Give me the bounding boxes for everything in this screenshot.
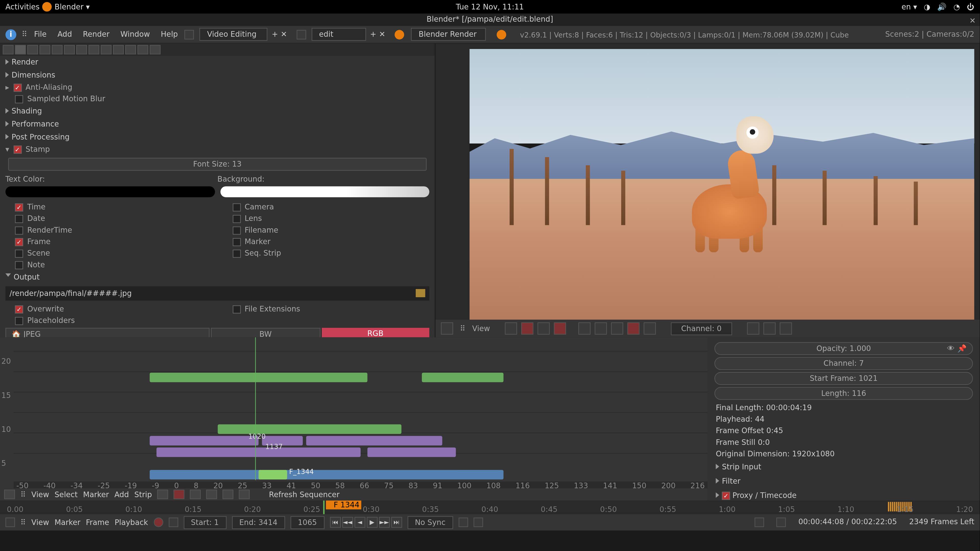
video-strip[interactable]	[422, 373, 504, 382]
prev-keyframe-icon[interactable]: ◄◄	[342, 517, 353, 528]
file-ext-checkbox[interactable]	[232, 305, 240, 313]
menu-render[interactable]: Render	[79, 29, 114, 40]
seq-mode1-icon[interactable]	[158, 490, 169, 499]
stamp-scene-checkbox[interactable]	[15, 249, 23, 257]
stamp-time-checkbox[interactable]	[15, 203, 23, 211]
info-icon[interactable]: i	[5, 29, 16, 40]
play-icon[interactable]: ▶	[366, 517, 377, 528]
scene-icon[interactable]	[297, 30, 306, 39]
tl-scope-icon[interactable]	[776, 518, 786, 527]
format-select[interactable]: 🏠 JPEG	[5, 328, 210, 337]
preview-opt3-icon[interactable]	[611, 322, 624, 335]
preview-opt1-icon[interactable]	[579, 322, 591, 335]
length-field[interactable]: Length: 116	[714, 387, 973, 400]
props-tab-material-icon[interactable]	[113, 45, 124, 54]
menu-file[interactable]: File	[30, 29, 51, 40]
audio-strip[interactable]	[150, 470, 504, 479]
menu-add[interactable]: Add	[53, 29, 76, 40]
preview-channel-field[interactable]: Channel: 0	[671, 322, 732, 335]
panel-strip-input[interactable]: Strip Input	[710, 460, 977, 474]
rgb-button[interactable]: RGB	[321, 328, 430, 337]
text-color-swatch[interactable]	[5, 186, 215, 197]
stamp-lens-checkbox[interactable]	[232, 214, 240, 223]
preview-view-menu[interactable]: View	[472, 324, 490, 333]
layout-add-icon[interactable]: +	[272, 30, 278, 39]
preview-editor-type-icon[interactable]	[441, 322, 453, 335]
volume-icon[interactable]: 🔊	[937, 2, 947, 11]
props-tab-particles-icon[interactable]	[138, 45, 148, 54]
video-strip[interactable]	[218, 424, 401, 434]
effect-strip[interactable]	[156, 448, 361, 457]
play-reverse-icon[interactable]: ◄	[354, 517, 365, 528]
seq-mode5-icon[interactable]	[223, 490, 234, 499]
start-frame-field[interactable]: Start Frame: 1021	[714, 372, 973, 385]
preview-extra-icon[interactable]	[780, 322, 792, 335]
effect-strip[interactable]	[306, 436, 442, 445]
jump-start-icon[interactable]: ⏮	[330, 517, 341, 528]
panel-output[interactable]: Output	[0, 271, 435, 284]
current-frame-field[interactable]: 1065	[290, 516, 325, 529]
start-frame-field[interactable]: Start: 1	[183, 516, 226, 529]
props-tab-texture-icon[interactable]	[125, 45, 136, 54]
opacity-field[interactable]: Opacity: 1.000 👁📌	[714, 342, 973, 355]
props-tab-scene-icon[interactable]	[40, 45, 51, 54]
stamp-frame-checkbox[interactable]	[15, 238, 23, 246]
panel-dimensions[interactable]: Dimensions	[0, 68, 435, 82]
props-tab-render-icon[interactable]	[3, 45, 14, 54]
props-tab-physics-icon[interactable]	[150, 45, 161, 54]
preview-opt4-icon[interactable]	[628, 322, 640, 335]
folder-icon[interactable]	[416, 289, 425, 297]
app-menu[interactable]: Blender ▾	[55, 2, 90, 11]
bw-button[interactable]: BW	[211, 328, 320, 337]
close-icon[interactable]: ✕	[969, 15, 976, 27]
next-keyframe-icon[interactable]: ►►	[379, 517, 390, 528]
stamp-date-checkbox[interactable]	[15, 214, 23, 223]
effect-strip[interactable]	[368, 448, 456, 457]
power-icon[interactable]: ⏻	[967, 2, 974, 11]
stamp-filename-checkbox[interactable]	[232, 226, 240, 234]
stamp-seqstrip-checkbox[interactable]	[232, 249, 240, 257]
selected-strip[interactable]	[259, 470, 287, 479]
seq-marker-menu[interactable]: Marker	[83, 490, 109, 499]
tl-lock-icon[interactable]	[169, 518, 178, 527]
tl-playback-menu[interactable]: Playback	[115, 518, 148, 527]
props-tab-constraints-icon[interactable]	[76, 45, 87, 54]
layout-close-icon[interactable]: ✕	[281, 30, 287, 39]
timeline-editor-type-icon[interactable]	[5, 518, 15, 527]
panel-filter[interactable]: Filter	[710, 474, 977, 488]
pin-icon[interactable]: 📌	[957, 344, 967, 353]
panel-post[interactable]: Post Processing	[0, 130, 435, 144]
wifi-icon[interactable]: ◑	[924, 2, 931, 11]
stamp-camera-checkbox[interactable]	[232, 203, 240, 211]
menu-window[interactable]: Window	[116, 29, 154, 40]
font-size-slider[interactable]: Font Size: 13	[8, 158, 427, 171]
stamp-rendertime-checkbox[interactable]	[15, 226, 23, 234]
language-indicator[interactable]: en ▾	[901, 2, 917, 11]
preview-mode4-icon[interactable]	[554, 322, 566, 335]
tl-audio-icon[interactable]	[458, 518, 468, 527]
video-strip[interactable]	[150, 373, 368, 382]
tl-frame-menu[interactable]: Frame	[86, 518, 109, 527]
seq-mode4-icon[interactable]	[207, 490, 218, 499]
timeline-scrubber[interactable]: ◆F 1344 0.000:050:100:150:200:250:300:35…	[0, 500, 980, 514]
props-tab-layers-icon[interactable]	[27, 45, 38, 54]
menu-help[interactable]: Help	[157, 29, 182, 40]
tl-view-menu[interactable]: View	[32, 518, 49, 527]
scene-add-icon[interactable]: +	[370, 30, 376, 39]
preview-mode3-icon[interactable]	[538, 322, 550, 335]
layout-select[interactable]: Video Editing	[200, 28, 268, 41]
scene-select[interactable]: edit	[312, 28, 366, 41]
placeholders-checkbox[interactable]	[15, 317, 23, 325]
background-swatch[interactable]	[220, 186, 429, 197]
proxy-checkbox[interactable]	[722, 492, 730, 500]
seq-mode6-icon[interactable]	[239, 490, 250, 499]
sync-select[interactable]: No Sync	[407, 516, 453, 529]
seq-mode3-icon[interactable]	[190, 490, 201, 499]
channel-field[interactable]: Channel: 7	[714, 357, 973, 370]
activities-label[interactable]: Activities	[5, 2, 40, 11]
anti-aliasing-checkbox[interactable]	[13, 83, 21, 92]
preview-lock-icon[interactable]	[747, 322, 759, 335]
props-tab-camera-icon[interactable]	[15, 45, 26, 54]
props-tab-modifiers-icon[interactable]	[89, 45, 100, 54]
datetime-label[interactable]: Tue 12 Nov, 11:11	[456, 2, 524, 11]
